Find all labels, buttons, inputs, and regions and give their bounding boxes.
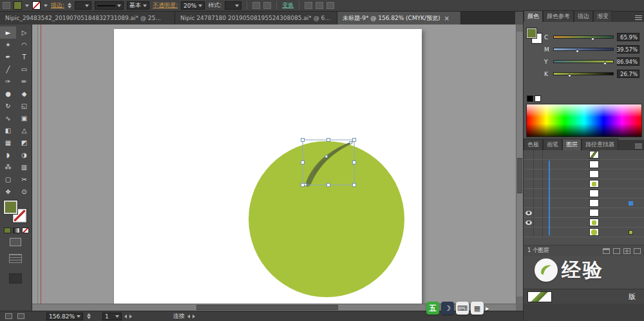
tab-color[interactable]: 颜色 <box>524 10 543 22</box>
canvas-area[interactable] <box>32 24 523 311</box>
gradient-tool[interactable]: ◩ <box>16 137 32 149</box>
shape-builder-tool[interactable]: ◧ <box>0 124 16 137</box>
slider-thumb[interactable] <box>567 73 572 78</box>
layer-thumbnail[interactable] <box>589 199 599 207</box>
brush-definition-dropdown[interactable]: 基本 <box>127 1 149 10</box>
layer-thumbnail[interactable] <box>589 180 599 188</box>
pen-tool[interactable]: ✒ <box>0 51 16 63</box>
color-spectrum[interactable] <box>526 104 642 137</box>
free-transform-tool[interactable]: ▣ <box>16 112 32 124</box>
document-setup-icon[interactable] <box>252 2 260 9</box>
horizontal-scroll-thumb[interactable] <box>196 305 338 310</box>
visibility-eye-icon[interactable] <box>526 211 532 215</box>
layer-row[interactable] <box>524 208 644 218</box>
yellow-slider[interactable] <box>553 60 614 63</box>
lasso-tool[interactable]: ◠ <box>16 39 32 51</box>
magenta-value-field[interactable]: 39.57% <box>617 45 639 54</box>
visibility-eye-icon[interactable] <box>526 220 532 225</box>
lock-cell[interactable] <box>534 150 543 159</box>
slice-tool[interactable]: ✂ <box>16 173 32 186</box>
new-sublayer-icon[interactable] <box>613 248 620 254</box>
document-tab-2[interactable]: Nipic 24787180 20190508195524308085.ai* … <box>175 12 337 24</box>
opacity-link[interactable]: 不透明度: <box>153 1 178 10</box>
layer-thumbnail[interactable] <box>589 160 599 168</box>
type-tool[interactable]: T <box>16 51 32 63</box>
layer-row[interactable] <box>524 150 644 160</box>
lock-cell[interactable] <box>534 179 543 188</box>
tab-pathfinder[interactable]: 路径查找器 <box>582 139 618 150</box>
lock-cell[interactable] <box>534 160 543 169</box>
column-graph-tool[interactable]: ▥ <box>16 161 32 173</box>
layer-thumbnail[interactable] <box>589 219 599 226</box>
rectangle-tool[interactable]: ▭ <box>16 63 32 75</box>
line-segment-tool[interactable]: ╱ <box>0 63 16 75</box>
panel-menu-icon[interactable] <box>635 144 642 148</box>
layer-row[interactable] <box>524 170 644 179</box>
zoom-level-select[interactable]: 156.82% <box>46 313 83 320</box>
status-icon-1[interactable] <box>5 313 12 319</box>
ime-expand-icon[interactable]: ▸ <box>486 304 489 313</box>
black-chip[interactable] <box>527 95 533 102</box>
tab-color-guide[interactable]: 颜色参考 <box>543 10 574 22</box>
scroll-up-icon[interactable] <box>516 24 523 32</box>
transform-link[interactable]: 变换 <box>282 1 294 10</box>
layer-row[interactable] <box>524 218 644 228</box>
toolbar-footer-icon[interactable] <box>9 273 22 284</box>
cyan-slider[interactable] <box>553 35 614 39</box>
control-panel-icon[interactable] <box>3 2 10 9</box>
status-icon-2[interactable] <box>17 313 24 319</box>
tab-swatches[interactable]: 色板 <box>524 139 543 150</box>
tab-stroke[interactable]: 描边 <box>574 10 593 22</box>
panel-menu-icon[interactable] <box>635 15 642 20</box>
scale-tool[interactable]: ◱ <box>16 100 32 112</box>
delete-layer-icon[interactable] <box>634 248 641 254</box>
magic-wand-tool[interactable]: ✶ <box>0 39 16 51</box>
yellow-value-field[interactable]: 86.94% <box>617 57 639 66</box>
new-layer-icon[interactable] <box>623 248 630 254</box>
ime-keyboard-icon[interactable]: ⌨ <box>456 302 469 315</box>
slider-thumb[interactable] <box>603 61 607 66</box>
layer-thumbnail[interactable] <box>589 190 599 197</box>
gradient-button[interactable] <box>13 228 20 233</box>
tab-gradient[interactable]: 渐变 <box>593 10 612 22</box>
make-mask-icon[interactable] <box>603 248 610 254</box>
status-next-icon[interactable] <box>193 315 195 318</box>
width-tool[interactable]: ∿ <box>0 112 16 124</box>
artboard-tool[interactable]: ▢ <box>0 173 16 186</box>
white-chip[interactable] <box>535 95 541 102</box>
layer-thumbnail[interactable] <box>589 209 599 217</box>
preferences-icon[interactable] <box>263 2 271 9</box>
ime-moon-icon[interactable]: ☽ <box>441 302 454 315</box>
paintbrush-tool[interactable]: ✑ <box>0 75 16 88</box>
align-panel-icon[interactable] <box>305 2 312 9</box>
blend-tool[interactable]: ◑ <box>16 149 32 161</box>
close-tab-icon[interactable]: × <box>444 15 450 22</box>
fill-swatch[interactable] <box>4 200 17 214</box>
panel-fill-swatch[interactable] <box>527 28 536 38</box>
document-tab-1[interactable]: Nipic_29483542_20190705184832731089.ai* … <box>0 12 175 24</box>
status-prev-icon[interactable] <box>187 315 190 318</box>
stroke-weight-stepper[interactable] <box>68 3 71 8</box>
lock-cell[interactable] <box>534 189 543 198</box>
selection-tool[interactable]: ► <box>0 26 16 39</box>
next-artboard-button[interactable] <box>129 315 132 318</box>
stroke-color-swatch[interactable] <box>32 1 41 10</box>
layer-thumbnail[interactable] <box>589 151 599 159</box>
symbol-sprayer-tool[interactable]: ⁂ <box>0 161 16 173</box>
zoom-stepper[interactable] <box>87 313 91 319</box>
magenta-slider[interactable] <box>553 48 614 51</box>
layer-row[interactable] <box>524 199 644 208</box>
vertical-scrollbar[interactable] <box>516 24 523 304</box>
direct-selection-tool[interactable]: ▷ <box>16 26 32 39</box>
eraser-tool[interactable]: ◆ <box>16 88 32 100</box>
opacity-dropdown[interactable]: 20% <box>181 1 205 10</box>
black-value-field[interactable]: 26.7% <box>617 70 639 78</box>
black-slider[interactable] <box>553 72 614 75</box>
eyedropper-tool[interactable]: ◗ <box>0 149 16 161</box>
variable-width-dropdown[interactable] <box>95 1 124 10</box>
zoom-tool[interactable]: ⊙ <box>16 186 32 198</box>
brush-preview-thumbnail[interactable] <box>527 291 552 302</box>
cyan-value-field[interactable]: 65.9% <box>617 33 639 41</box>
scroll-down-icon[interactable] <box>516 297 523 304</box>
perspective-grid-tool[interactable]: △ <box>16 124 32 137</box>
